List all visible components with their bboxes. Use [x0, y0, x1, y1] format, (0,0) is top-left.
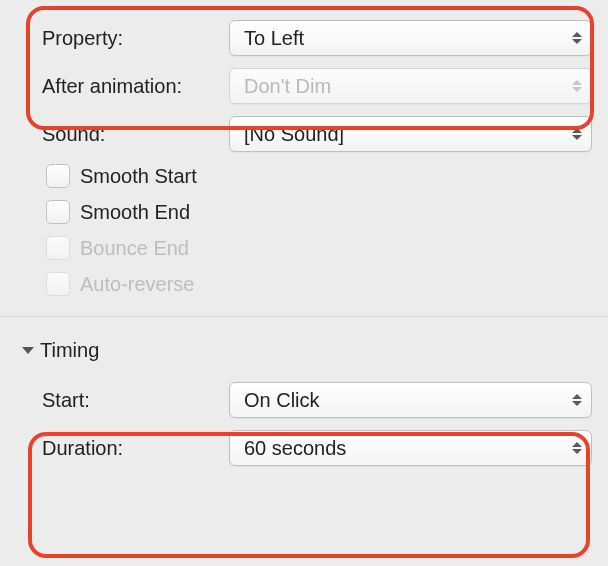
duration-label: Duration:	[42, 437, 217, 460]
sound-row: Sound: [No Sound]	[0, 110, 608, 158]
after-animation-dropdown-value: Don't Dim	[244, 75, 331, 98]
start-dropdown[interactable]: On Click	[229, 382, 592, 418]
after-animation-dropdown: Don't Dim	[229, 68, 592, 104]
after-animation-label: After animation:	[42, 75, 217, 98]
bounce-end-row: Bounce End	[0, 230, 608, 266]
sound-label: Sound:	[42, 123, 217, 146]
property-dropdown[interactable]: To Left	[229, 20, 592, 56]
smooth-start-checkbox[interactable]	[46, 164, 70, 188]
property-label: Property:	[42, 27, 217, 50]
auto-reverse-row: Auto-reverse	[0, 266, 608, 302]
updown-arrows-icon	[571, 117, 583, 151]
auto-reverse-label: Auto-reverse	[80, 273, 195, 296]
smooth-start-label: Smooth Start	[80, 165, 197, 188]
duration-row: Duration: 60 seconds	[0, 424, 608, 472]
sound-dropdown-value: [No Sound]	[244, 123, 344, 146]
duration-dropdown-value: 60 seconds	[244, 437, 346, 460]
after-animation-row: After animation: Don't Dim	[0, 62, 608, 110]
timing-section-header[interactable]: Timing	[0, 316, 608, 376]
smooth-start-row: Smooth Start	[0, 158, 608, 194]
smooth-end-row: Smooth End	[0, 194, 608, 230]
smooth-end-label: Smooth End	[80, 201, 190, 224]
effect-options-panel: Property: To Left After animation: Don't…	[0, 0, 608, 472]
start-dropdown-value: On Click	[244, 389, 320, 412]
bounce-end-checkbox	[46, 236, 70, 260]
updown-arrows-icon	[571, 431, 583, 465]
sound-dropdown[interactable]: [No Sound]	[229, 116, 592, 152]
timing-section-title: Timing	[40, 339, 99, 362]
property-row: Property: To Left	[0, 14, 608, 62]
start-row: Start: On Click	[0, 376, 608, 424]
updown-arrows-icon	[571, 383, 583, 417]
updown-arrows-icon	[571, 21, 583, 55]
chevron-down-icon	[22, 347, 34, 354]
duration-dropdown[interactable]: 60 seconds	[229, 430, 592, 466]
updown-arrows-icon	[571, 69, 583, 103]
bounce-end-label: Bounce End	[80, 237, 189, 260]
smooth-end-checkbox[interactable]	[46, 200, 70, 224]
start-label: Start:	[42, 389, 217, 412]
auto-reverse-checkbox	[46, 272, 70, 296]
property-dropdown-value: To Left	[244, 27, 304, 50]
